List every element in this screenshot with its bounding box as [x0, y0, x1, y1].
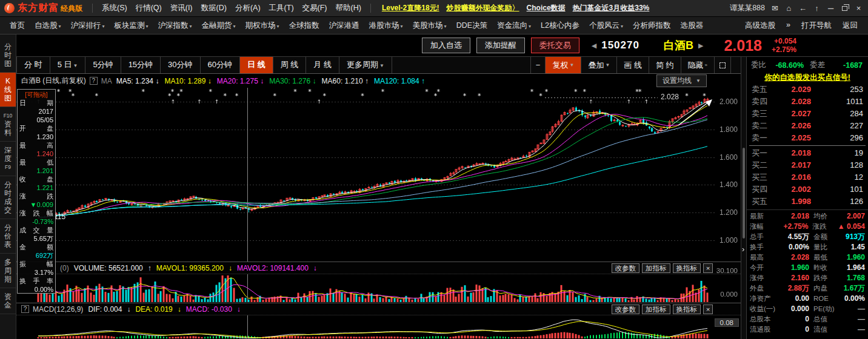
- next-stock-icon[interactable]: ▶: [698, 42, 703, 50]
- trade-button[interactable]: 委托交易: [531, 38, 579, 53]
- nav-item-选股器[interactable]: 选股器: [675, 21, 708, 31]
- nav-item-全球指数[interactable]: 全球指数: [284, 21, 324, 31]
- period-tab-分时[interactable]: 分 时: [16, 57, 50, 73]
- pane-button-加指标[interactable]: 加指标: [642, 304, 670, 314]
- restore-icon[interactable]: [840, 4, 849, 13]
- menu-item[interactable]: 行情(Q): [132, 3, 166, 13]
- main-chart-canvas[interactable]: [16, 88, 741, 262]
- help-icon[interactable]: ?: [90, 77, 98, 85]
- promo-link[interactable]: Choice数据: [527, 3, 566, 13]
- nav-open-navigation[interactable]: 打开导航: [796, 21, 837, 31]
- nav-item-期权市场[interactable]: 期权市场▾: [241, 21, 284, 31]
- nav-item-沪深排行[interactable]: 沪深排行▾: [66, 21, 110, 31]
- sidebar-tab-资金[interactable]: 资金: [0, 288, 16, 314]
- promo-link[interactable]: Level-2直降18元!: [382, 3, 439, 13]
- kline-info-panel[interactable]: [可拖动]日期201705/05开盘1.230最高1.240最低1.201收盘1…: [17, 89, 56, 294]
- nav-item-首页[interactable]: 首页: [5, 21, 30, 31]
- menu-item[interactable]: 分析(A): [231, 3, 265, 13]
- app-window: 东方财富 经典版 系统(S)行情(Q)资讯(I)数据(D)分析(A)工具(T)交…: [0, 0, 868, 339]
- tool-隐藏[interactable]: 隐藏»: [681, 57, 715, 73]
- pane-close-button[interactable]: ×: [703, 263, 713, 273]
- ma-settings-button[interactable]: 设置均线 ▼: [656, 74, 707, 87]
- tool-简 约[interactable]: 简 约: [649, 57, 681, 73]
- nav-item-自选股[interactable]: 自选股▾: [30, 21, 66, 31]
- back-icon[interactable]: ←: [798, 4, 807, 13]
- tool-叠加[interactable]: 叠加▼: [581, 57, 617, 73]
- order-book-row[interactable]: 卖三2.027284: [747, 108, 868, 120]
- nav-item-资金流向[interactable]: 资金流向▾: [492, 21, 536, 31]
- menu-item[interactable]: 资讯(I): [166, 3, 197, 13]
- pane-button-换指标[interactable]: 换指标: [673, 304, 701, 314]
- tool-画 线[interactable]: 画 线: [617, 57, 649, 73]
- sidebar-tab-K线图[interactable]: K线图: [0, 73, 16, 107]
- pane-close-button[interactable]: ×: [703, 304, 713, 314]
- order-book-row[interactable]: 卖四2.0281011: [747, 96, 868, 108]
- close-icon[interactable]: ×: [854, 4, 863, 13]
- prev-stock-icon[interactable]: ◀: [592, 42, 596, 50]
- pane-button-改参数[interactable]: 改参数: [612, 263, 640, 273]
- nav-item-L2核心内参[interactable]: L2核心内参: [536, 21, 584, 31]
- pane-button-加指标[interactable]: 加指标: [642, 263, 670, 273]
- nav-more-chevron-icon[interactable]: »: [781, 21, 796, 31]
- promo-link[interactable]: 炒股赚额外现金奖励〉: [447, 3, 519, 13]
- book-level-label: 买四: [752, 183, 773, 196]
- tool-复权[interactable]: 复权▼: [546, 57, 581, 73]
- nav-item-港股市场[interactable]: 港股市场▾: [364, 21, 408, 31]
- period-tab-15分钟[interactable]: 15分钟: [121, 57, 161, 73]
- sidebar-tab-多周期[interactable]: 多周期: [0, 254, 16, 288]
- nav-item-美股市场[interactable]: 美股市场▾: [408, 21, 452, 31]
- volume-canvas[interactable]: [16, 274, 741, 302]
- pane-button-换指标[interactable]: 换指标: [673, 263, 701, 273]
- menu-item[interactable]: 帮助(H): [332, 3, 366, 13]
- order-book-row[interactable]: 买二2.017128: [747, 159, 868, 171]
- macd-canvas[interactable]: [16, 315, 741, 338]
- nav-item-沪深港通[interactable]: 沪深港通: [324, 21, 364, 31]
- order-book-row[interactable]: 卖一2.025296: [747, 132, 868, 144]
- period-tab-5分钟[interactable]: 5分钟: [85, 57, 121, 73]
- add-to-watchlist-button[interactable]: 加入自选: [422, 38, 470, 53]
- period-tab-30分钟[interactable]: 30分钟: [161, 57, 200, 73]
- sidebar-tab-深度F9[interactable]: 深度F9: [0, 142, 16, 176]
- minimize-icon[interactable]: ─: [826, 4, 835, 13]
- buy-signal-link[interactable]: 你的自选股发出买点信号!: [747, 71, 868, 84]
- add-alert-button[interactable]: 添加提醒: [476, 38, 525, 53]
- scrollbar-thumb[interactable]: [743, 148, 745, 239]
- order-book-row[interactable]: 买一2.01819: [747, 147, 868, 159]
- pane-button-改参数[interactable]: 改参数: [612, 304, 640, 314]
- home-icon[interactable]: ⌂: [784, 4, 793, 13]
- nav-item-金融期货[interactable]: 金融期货▾: [197, 21, 241, 31]
- collapse-arrow-icon[interactable]: ›: [742, 245, 744, 254]
- order-book-row[interactable]: 买四2.002101: [747, 183, 868, 196]
- sidebar-tab-分时成交[interactable]: 分时成交: [0, 176, 16, 219]
- sidebar-tab-分价表[interactable]: 分价表: [0, 219, 16, 254]
- nav-back[interactable]: 返回: [837, 21, 863, 31]
- promo-link[interactable]: 热门基金近3月收益33%: [573, 3, 650, 13]
- menu-item[interactable]: 数据(D): [197, 3, 231, 13]
- nav-item-板块监测[interactable]: 板块监测▾: [110, 21, 153, 31]
- menu-item[interactable]: 工具(T): [265, 3, 298, 13]
- tool-fullscreen[interactable]: [715, 57, 731, 73]
- menu-item[interactable]: 交易(F): [298, 3, 332, 13]
- period-tab-5日[interactable]: 5 日▼: [50, 57, 86, 73]
- help-icon[interactable]: ?: [21, 305, 29, 313]
- top-icon[interactable]: ↑: [812, 4, 821, 13]
- order-book-row[interactable]: 卖二2.026227: [747, 120, 868, 132]
- sidebar-tab-F10资料[interactable]: F10资料: [0, 107, 16, 142]
- mail-icon[interactable]: ✉: [770, 4, 780, 13]
- menu-item[interactable]: 系统(S): [98, 3, 132, 13]
- nav-item-个股风云[interactable]: 个股风云▾: [584, 21, 628, 31]
- order-book-row[interactable]: 买五1.998126: [747, 196, 868, 208]
- period-tab-更多周期[interactable]: 更多周期▼: [339, 57, 392, 73]
- nav-item-advanced-pick[interactable]: 高级选股: [739, 21, 781, 31]
- order-book-row[interactable]: 卖五2.029253: [747, 84, 868, 96]
- nav-item-沪深指数[interactable]: 沪深指数▾: [153, 21, 197, 31]
- sidebar-tab-分时图[interactable]: 分时图: [0, 38, 16, 73]
- nav-item-DDE决策[interactable]: DDE决策: [452, 21, 492, 31]
- order-book-row[interactable]: 买三2.01612: [747, 171, 868, 183]
- period-tab-月线[interactable]: 月 线: [306, 57, 339, 73]
- tool-−[interactable]: −: [530, 57, 546, 73]
- period-tab-周线[interactable]: 周 线: [273, 57, 307, 73]
- period-tab-日线[interactable]: 日 线: [240, 57, 273, 73]
- nav-item-分析师指数[interactable]: 分析师指数: [628, 21, 676, 31]
- period-tab-60分钟[interactable]: 60分钟: [201, 57, 240, 73]
